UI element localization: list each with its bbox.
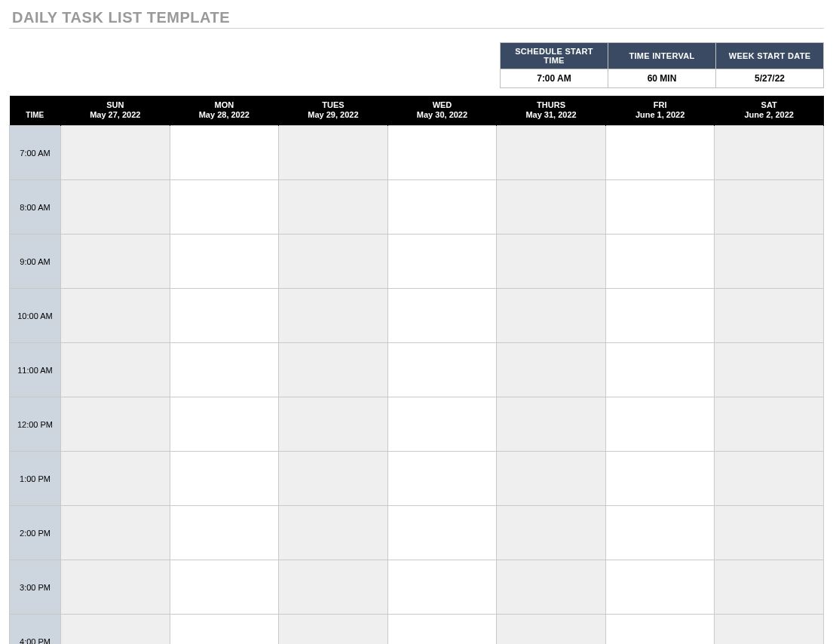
day-date: May 28, 2022	[173, 110, 276, 119]
task-slot[interactable]	[497, 506, 606, 560]
task-slot[interactable]	[605, 397, 715, 452]
task-slot[interactable]	[279, 180, 388, 235]
task-slot[interactable]	[497, 180, 606, 235]
task-slot[interactable]	[605, 289, 715, 343]
task-slot[interactable]	[170, 126, 279, 180]
day-date: May 27, 2022	[64, 110, 167, 119]
task-slot[interactable]	[387, 343, 497, 397]
task-slot[interactable]	[170, 343, 279, 397]
task-slot[interactable]	[170, 289, 279, 343]
task-slot[interactable]	[279, 397, 388, 452]
task-slot[interactable]	[497, 560, 606, 615]
task-slot[interactable]	[497, 452, 606, 506]
task-slot[interactable]	[279, 615, 388, 645]
day-date: June 2, 2022	[718, 110, 820, 119]
task-slot[interactable]	[715, 126, 824, 180]
task-slot[interactable]	[61, 397, 170, 452]
schedule-row: 4:00 PM	[10, 615, 824, 645]
task-slot[interactable]	[715, 397, 824, 452]
task-slot[interactable]	[497, 235, 606, 289]
task-slot[interactable]	[61, 452, 170, 506]
task-slot[interactable]	[715, 343, 824, 397]
schedule-table: TIME SUN May 27, 2022 MON May 28, 2022 T…	[9, 96, 824, 644]
task-slot[interactable]	[387, 506, 497, 560]
time-column-header: TIME	[10, 96, 61, 126]
task-slot[interactable]	[279, 235, 388, 289]
task-slot[interactable]	[605, 506, 715, 560]
config-value-start-time[interactable]: 7:00 AM	[501, 69, 608, 88]
task-slot[interactable]	[170, 506, 279, 560]
schedule-header-row: TIME SUN May 27, 2022 MON May 28, 2022 T…	[10, 96, 824, 126]
day-header-thurs: THURS May 31, 2022	[497, 96, 606, 126]
day-header-mon: MON May 28, 2022	[170, 96, 279, 126]
task-slot[interactable]	[715, 452, 824, 506]
task-slot[interactable]	[387, 289, 497, 343]
task-slot[interactable]	[170, 235, 279, 289]
task-slot[interactable]	[61, 180, 170, 235]
task-slot[interactable]	[497, 289, 606, 343]
time-label: 3:00 PM	[10, 560, 61, 615]
day-header-sun: SUN May 27, 2022	[61, 96, 170, 126]
task-slot[interactable]	[715, 615, 824, 645]
day-name: TUES	[282, 100, 384, 109]
config-header-interval: TIME INTERVAL	[608, 43, 716, 69]
schedule-row: 7:00 AM	[10, 126, 824, 180]
task-slot[interactable]	[61, 506, 170, 560]
task-slot[interactable]	[605, 343, 715, 397]
task-slot[interactable]	[170, 397, 279, 452]
task-slot[interactable]	[387, 452, 497, 506]
task-slot[interactable]	[61, 615, 170, 645]
day-header-wed: WED May 30, 2022	[387, 96, 497, 126]
task-slot[interactable]	[605, 126, 715, 180]
schedule-row: 8:00 AM	[10, 180, 824, 235]
task-slot[interactable]	[387, 615, 497, 645]
task-slot[interactable]	[61, 126, 170, 180]
task-slot[interactable]	[605, 615, 715, 645]
task-slot[interactable]	[170, 452, 279, 506]
task-slot[interactable]	[387, 126, 497, 180]
task-slot[interactable]	[387, 180, 497, 235]
config-value-interval[interactable]: 60 MIN	[608, 69, 716, 88]
task-slot[interactable]	[170, 560, 279, 615]
day-date: May 30, 2022	[391, 110, 494, 119]
day-header-sat: SAT June 2, 2022	[715, 96, 824, 126]
page-title: DAILY TASK LIST TEMPLATE	[9, 6, 824, 29]
task-slot[interactable]	[61, 289, 170, 343]
schedule-row: 11:00 AM	[10, 343, 824, 397]
task-slot[interactable]	[605, 560, 715, 615]
task-slot[interactable]	[279, 560, 388, 615]
task-slot[interactable]	[715, 289, 824, 343]
task-slot[interactable]	[605, 180, 715, 235]
schedule-row: 12:00 PM	[10, 397, 824, 452]
task-slot[interactable]	[497, 126, 606, 180]
task-slot[interactable]	[279, 343, 388, 397]
task-slot[interactable]	[715, 180, 824, 235]
day-header-fri: FRI June 1, 2022	[605, 96, 715, 126]
day-name: THURS	[500, 100, 602, 109]
task-slot[interactable]	[61, 560, 170, 615]
task-slot[interactable]	[387, 397, 497, 452]
task-slot[interactable]	[497, 615, 606, 645]
task-slot[interactable]	[497, 397, 606, 452]
task-slot[interactable]	[61, 235, 170, 289]
task-slot[interactable]	[715, 235, 824, 289]
task-slot[interactable]	[715, 560, 824, 615]
task-slot[interactable]	[279, 289, 388, 343]
config-header-week-start: WEEK START DATE	[716, 43, 824, 69]
task-slot[interactable]	[605, 235, 715, 289]
config-value-week-start[interactable]: 5/27/22	[716, 69, 824, 88]
task-slot[interactable]	[279, 126, 388, 180]
task-slot[interactable]	[605, 452, 715, 506]
task-slot[interactable]	[61, 343, 170, 397]
task-slot[interactable]	[387, 560, 497, 615]
task-slot[interactable]	[497, 343, 606, 397]
day-name: FRI	[609, 100, 712, 109]
task-slot[interactable]	[170, 180, 279, 235]
day-name: WED	[391, 100, 494, 109]
task-slot[interactable]	[279, 506, 388, 560]
task-slot[interactable]	[279, 452, 388, 506]
task-slot[interactable]	[170, 615, 279, 645]
task-slot[interactable]	[387, 235, 497, 289]
day-date: June 1, 2022	[609, 110, 712, 119]
task-slot[interactable]	[715, 506, 824, 560]
